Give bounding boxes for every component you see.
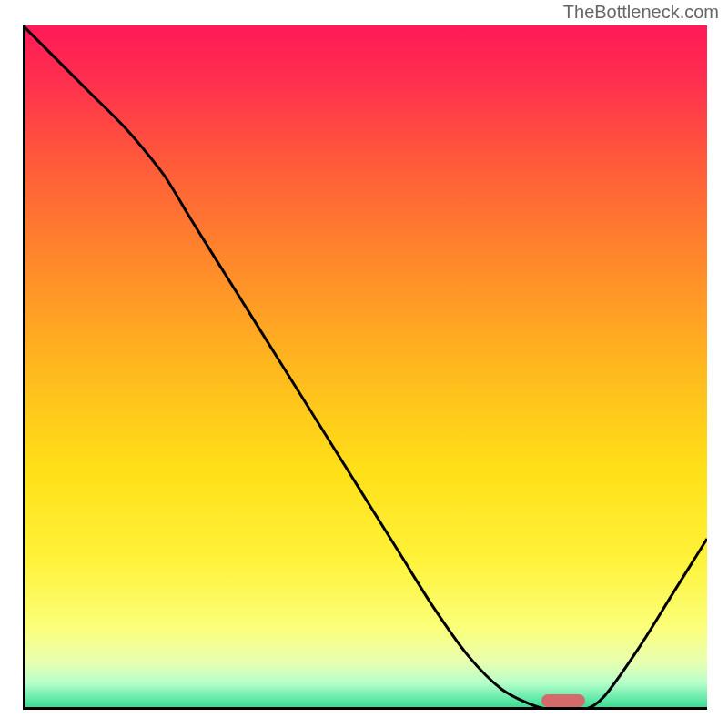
optimal-marker: [541, 694, 585, 707]
plot-area: [23, 25, 707, 710]
bottleneck-curve: [23, 25, 707, 710]
watermark-text: TheBottleneck.com: [563, 2, 719, 23]
